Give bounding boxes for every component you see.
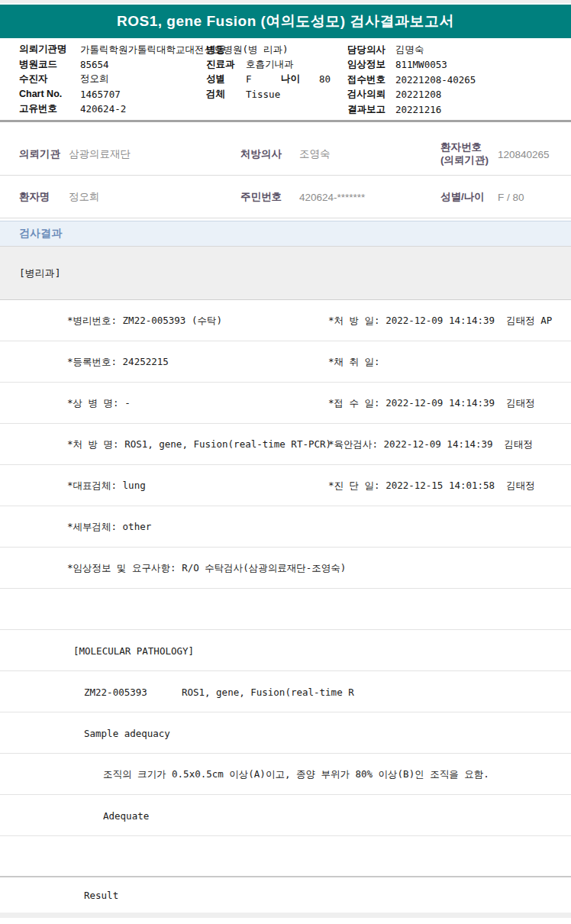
label-chart-no: Chart No. bbox=[19, 89, 80, 99]
bottom-strip bbox=[0, 913, 571, 918]
page-title: ROS1, gene Fusion (여의도성모) 검사결과보고서 bbox=[117, 11, 454, 31]
result-left: *상 병 명: - bbox=[67, 396, 131, 409]
admin-row-1: 의뢰기관명 가톨릭학원가톨릭대학교대전성모병원(병 리과) 병동 담당의사 김명… bbox=[0, 42, 571, 57]
label-examinee: 수진자 bbox=[19, 73, 80, 86]
label-patient-name: 환자명 bbox=[19, 190, 50, 204]
value-resident-number: 420624-******* bbox=[299, 191, 365, 202]
label-hospital-code: 병원코드 bbox=[19, 58, 80, 71]
label-resident-number: 주민번호 bbox=[240, 190, 282, 204]
result-right: *육안검사: 2022-12-09 14:14:39 김태정 bbox=[328, 438, 533, 451]
result-row-result-label: Result bbox=[0, 877, 571, 913]
label-ward: 병동 bbox=[206, 43, 225, 56]
result-right: *처 방 일: 2022-12-09 14:14:39 김태정 AP bbox=[328, 314, 552, 327]
result-row-empty bbox=[0, 589, 571, 630]
value-result-report-date: 20221216 bbox=[395, 103, 441, 115]
result-row-registration-number: *등록번호: 24252215 *채 취 일: bbox=[0, 341, 571, 383]
label-sex: 성별 bbox=[206, 73, 246, 86]
result-left: *등록번호: 24252215 bbox=[67, 355, 169, 368]
result-left: *처 방 명: ROS1, gene, Fusion(real-time RT-… bbox=[67, 438, 331, 451]
spacer bbox=[0, 122, 571, 133]
label-age: 나이 bbox=[281, 73, 319, 86]
result-left: *대표검체: lung bbox=[67, 479, 146, 492]
value-referring-org: 삼광의료재단 bbox=[69, 147, 131, 161]
result-row-sample-adequacy: Sample adequacy bbox=[0, 712, 571, 754]
label-referring-org: 의뢰기관 bbox=[19, 147, 60, 161]
patient-row-1: 의뢰기관 삼광의료재단 처방의사 조영숙 환자번호(의뢰기관) 12084026… bbox=[0, 133, 571, 176]
admin-row-2: 병원코드 85654 진료과 호흡기내과 임상정보 811MW0053 bbox=[0, 57, 571, 73]
department-row: [병리과] bbox=[0, 247, 571, 300]
admin-row-3: 수진자 정오희 성별 F 나이 80 접수번호 20221208-40265 bbox=[0, 72, 571, 87]
value-chart-no: 1465707 bbox=[80, 89, 206, 100]
result-left: [MOLECULAR PATHOLOGY] bbox=[73, 645, 194, 656]
result-row-molecular-pathology-header: [MOLECULAR PATHOLOGY] bbox=[0, 630, 571, 671]
value-test-request-date: 20221208 bbox=[395, 89, 441, 100]
value-prescribing-doctor: 조영숙 bbox=[299, 147, 331, 161]
report-page: ROS1, gene Fusion (여의도성모) 검사결과보고서 의뢰기관명 … bbox=[0, 0, 571, 918]
value-department: 호흡기내과 bbox=[246, 58, 294, 71]
result-left: *세부검체: other bbox=[67, 520, 151, 533]
label-result-report-date: 결과보고 bbox=[347, 102, 386, 115]
label-attending-doctor: 담당의사 bbox=[347, 43, 386, 56]
value-patient-name: 정오희 bbox=[69, 190, 100, 204]
result-right: *접 수 일: 2022-12-09 14:14:39 김태정 bbox=[328, 396, 535, 409]
value-requesting-institution: 가톨릭학원가톨릭대학교대전성모병원(병 리과) bbox=[80, 43, 289, 56]
result-row-pathology-number: *병리번호: ZM22-005393 (수탁) *처 방 일: 2022-12-… bbox=[0, 300, 571, 341]
result-left: *임상정보 및 요구사항: R/O 수탁검사(삼광의료재단-조영숙) bbox=[67, 561, 346, 574]
label-sex-age: 성별/나이 bbox=[440, 190, 485, 204]
label-patient-number-line2: (의뢰기관) bbox=[440, 155, 489, 166]
label-specimen: 검체 bbox=[206, 88, 246, 101]
label-patient-number: 환자번호(의뢰기관) bbox=[440, 141, 489, 167]
label-requesting-institution: 의뢰기관명 bbox=[19, 43, 80, 56]
admin-header-block: 의뢰기관명 가톨릭학원가톨릭대학교대전성모병원(병 리과) 병동 담당의사 김명… bbox=[0, 38, 571, 122]
value-sex-age: F / 80 bbox=[498, 191, 524, 202]
result-row-test-name: ZM22-005393 ROS1, gene, Fusion(real-time… bbox=[0, 671, 571, 712]
result-row-adequacy-criteria: 조직의 크기가 0.5x0.5cm 이상(A)이고, 종양 부위가 80% 이상… bbox=[0, 754, 571, 795]
title-bar: ROS1, gene Fusion (여의도성모) 검사결과보고서 bbox=[0, 5, 571, 38]
value-clinical-info: 811MW0053 bbox=[395, 59, 447, 70]
patient-row-2: 환자명 정오희 주민번호 420624-******* 성별/나이 F / 80 bbox=[0, 176, 571, 218]
result-left: Adequate bbox=[103, 809, 149, 821]
value-age: 80 bbox=[319, 73, 331, 85]
result-left: *병리번호: ZM22-005393 (수탁) bbox=[67, 314, 222, 327]
result-row-empty bbox=[0, 836, 571, 877]
value-specimen: Tissue bbox=[246, 89, 280, 100]
result-left: Sample adequacy bbox=[84, 727, 170, 738]
admin-row-4: Chart No. 1465707 검체 Tissue 검사의뢰 2022120… bbox=[0, 87, 571, 102]
result-row-detail-specimen: *세부검체: other bbox=[0, 506, 571, 548]
department-label: [병리과] bbox=[19, 267, 61, 280]
label-accession-number: 접수번호 bbox=[347, 73, 386, 86]
value-hospital-code: 85654 bbox=[80, 59, 206, 70]
result-row-prescription-name: *처 방 명: ROS1, gene, Fusion(real-time RT-… bbox=[0, 424, 571, 465]
value-accession-number: 20221208-40265 bbox=[395, 73, 476, 85]
label-unique-number: 고유번호 bbox=[19, 102, 80, 115]
result-row-clinical-request: *임상정보 및 요구사항: R/O 수탁검사(삼광의료재단-조영숙) bbox=[0, 548, 571, 589]
label-clinical-info: 임상정보 bbox=[347, 58, 386, 71]
label-prescribing-doctor: 처방의사 bbox=[240, 147, 282, 161]
value-sex: F bbox=[246, 73, 281, 85]
label-test-request-date: 검사의뢰 bbox=[347, 88, 386, 101]
results-section-header: 검사결과 bbox=[0, 221, 571, 247]
value-unique-number: 420624-2 bbox=[80, 103, 206, 115]
value-examinee: 정오희 bbox=[80, 73, 206, 86]
result-left: 조직의 크기가 0.5x0.5cm 이상(A)이고, 종양 부위가 80% 이상… bbox=[103, 767, 489, 780]
result-row-representative-specimen: *대표검체: lung *진 단 일: 2022-12-15 14:01:58 … bbox=[0, 465, 571, 506]
results-section-title: 검사결과 bbox=[19, 227, 62, 241]
result-left: Result bbox=[84, 890, 118, 901]
value-attending-doctor: 김명숙 bbox=[395, 43, 424, 56]
label-patient-number-line1: 환자번호 bbox=[440, 141, 482, 153]
result-row-diagnosis-name: *상 병 명: - *접 수 일: 2022-12-09 14:14:39 김태… bbox=[0, 383, 571, 424]
result-row-adequate: Adequate bbox=[0, 795, 571, 836]
value-patient-number: 120840265 bbox=[498, 148, 550, 160]
result-right: *채 취 일: bbox=[328, 355, 380, 368]
result-right: *진 단 일: 2022-12-15 14:01:58 김태정 bbox=[328, 479, 535, 492]
admin-row-5: 고유번호 420624-2 결과보고 20221216 bbox=[0, 102, 571, 117]
result-left: ZM22-005393 ROS1, gene, Fusion(real-time… bbox=[84, 686, 354, 697]
label-department: 진료과 bbox=[206, 58, 246, 71]
